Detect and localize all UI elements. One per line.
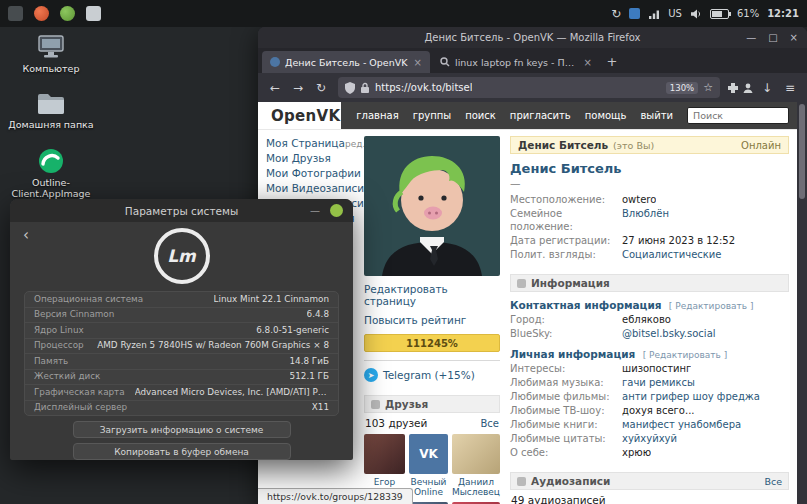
personal-field-row: Любимая музыка: гачи ремиксы [510, 377, 789, 390]
network-tray-icon[interactable] [648, 8, 660, 20]
battery-percent: 61% [737, 8, 759, 19]
nav-help[interactable]: помощь [578, 110, 634, 121]
clock[interactable]: 12:21 [767, 8, 799, 19]
desktop-icon-computer[interactable]: Компьютер [6, 34, 96, 74]
extensions-icon[interactable] [727, 82, 739, 94]
field-value-link[interactable]: гачи ремиксы [622, 377, 695, 390]
contact-field-row: BlueSky: @bitsel.bsky.social [510, 328, 789, 341]
sidebar-item-videos[interactable]: Мои Видеозаписи [266, 181, 354, 196]
display-tray-icon[interactable] [629, 8, 640, 19]
tab-close-icon[interactable]: × [414, 57, 422, 68]
personal-edit-link[interactable]: [ Редактировать ] [643, 350, 728, 360]
app-launcher-icon-3[interactable] [60, 6, 75, 21]
telegram-row: ➤ Telegram (+15%) [364, 368, 500, 382]
scrollbar[interactable] [797, 102, 807, 504]
profile-field-row: Полит. взгляды: Социалистические [510, 249, 789, 262]
field-value-link[interactable]: @bitsel.bsky.social [622, 328, 716, 341]
profile-avatar-image[interactable] [364, 136, 500, 276]
telegram-link[interactable]: Telegram (+15%) [383, 369, 475, 381]
battery-icon[interactable] [710, 9, 729, 19]
new-tab-button[interactable]: + [602, 51, 622, 73]
account-icon[interactable] [742, 82, 754, 94]
forward-button[interactable]: → [288, 81, 308, 95]
bookmark-star-icon[interactable]: ☆ [703, 81, 713, 94]
downloads-icon[interactable]: ↓ [757, 81, 777, 95]
top-panel: ↻ US 61% 12:21 [0, 0, 807, 27]
friend-avatar[interactable] [452, 434, 500, 474]
sidebar-item-photos[interactable]: Мои Фотографии [266, 166, 354, 181]
nav-logout[interactable]: выйти [633, 110, 680, 121]
minimize-button[interactable]: — [746, 32, 756, 43]
tab-close-icon[interactable]: × [584, 57, 592, 68]
menu-icon[interactable]: ≡ [780, 81, 800, 95]
panel-launchers [8, 6, 101, 21]
openvk-header: OpenVK главная группы поиск пригласить п… [258, 102, 797, 130]
url-bar[interactable]: https://ovk.to/bitsel 130% ☆ [338, 77, 720, 98]
reload-button[interactable]: ↻ [311, 81, 331, 95]
lock-icon[interactable] [360, 82, 370, 94]
updates-tray-icon[interactable]: ↻ [611, 8, 621, 20]
back-nav-button[interactable]: ‹ [23, 228, 29, 243]
field-value-link[interactable]: манифест унабомбера [622, 419, 741, 432]
friend-avatar[interactable] [364, 434, 405, 474]
tab-openvk-profile[interactable]: Денис Битсель - OpenVK × [262, 51, 430, 73]
sidebar-item-my-page[interactable]: Моя Страница [266, 136, 345, 151]
contact-edit-link[interactable]: [ Редактировать ] [669, 301, 754, 311]
zoom-level-badge[interactable]: 130% [666, 82, 698, 94]
system-settings-window: Параметры системы — ‹ Lm Операционная си… [10, 199, 353, 460]
app-launcher-icon-4[interactable] [86, 6, 101, 21]
friend-item[interactable]: VK Вечный Online [409, 434, 448, 497]
tracking-shield-icon[interactable] [345, 82, 355, 94]
close-button[interactable]: × [790, 32, 798, 43]
copy-to-clipboard-button[interactable]: Копировать в буфер обмена [73, 443, 291, 460]
telegram-icon: ➤ [364, 368, 378, 382]
field-label: Город: [510, 314, 622, 327]
nav-groups[interactable]: группы [406, 110, 459, 121]
field-label: Семейное положение: [510, 208, 622, 233]
field-label: Местоположение: [510, 194, 622, 207]
audios-all-link[interactable]: Все [764, 476, 782, 487]
openvk-logo[interactable]: OpenVK [271, 107, 340, 125]
nav-home[interactable]: главная [349, 110, 405, 121]
friend-avatar[interactable]: VK [409, 434, 448, 474]
field-value-link[interactable]: Влюблён [622, 208, 669, 233]
friend-name[interactable]: Вечный Online [409, 477, 448, 497]
desktop-icon-outline-client[interactable]: Outline-Client.AppImage [6, 148, 96, 199]
nav-invite[interactable]: пригласить [503, 110, 578, 121]
maximize-button[interactable]: □ [768, 32, 777, 43]
back-button[interactable]: ← [265, 81, 285, 95]
field-value-link[interactable]: анти грифер шоу фреджа [622, 391, 760, 404]
app-launcher-icon-1[interactable] [8, 6, 23, 21]
profile-name-bar: Денис Битсель (это Вы) Онлайн [510, 136, 789, 154]
desktop-icon-home-folder[interactable]: Домашняя папка [6, 92, 96, 130]
info-label: Жесткий диск [34, 371, 100, 383]
info-label: Версия Cinnamon [34, 309, 114, 321]
ovk-search-input[interactable] [687, 107, 789, 124]
sidebar-edit-link[interactable]: ред. [345, 139, 365, 149]
field-label: Любимые фильмы: [510, 391, 622, 404]
friends-all-link[interactable]: Все [480, 418, 499, 429]
raise-rating-link[interactable]: Повысить рейтинг [364, 314, 500, 326]
field-value-link[interactable]: Социалистические [622, 249, 722, 262]
upload-system-info-button[interactable]: Загрузить информацию о системе [73, 421, 291, 438]
volume-tray-icon[interactable] [690, 8, 702, 20]
firefox-titlebar[interactable]: Денис Битсель - OpenVK — Mozilla Firefox… [258, 27, 807, 48]
sidebar-item-friends[interactable]: Мои Друзья [266, 151, 354, 166]
scrollbar-thumb[interactable] [799, 104, 805, 199]
minimize-button[interactable]: — [310, 205, 320, 216]
app-launcher-icon-2[interactable] [34, 6, 49, 21]
field-value-link[interactable]: хуйхуйхуй [622, 433, 677, 446]
desktop: ↻ US 61% 12:21 Комп [0, 0, 807, 504]
tab-search-results[interactable]: linux laptop fn keys - Поиск × [432, 51, 600, 73]
settings-titlebar[interactable]: Параметры системы — [10, 199, 353, 222]
edit-page-link[interactable]: Редактировать страницу [364, 283, 500, 307]
system-tray: ↻ US 61% 12:21 [611, 8, 799, 20]
system-info-row: Версия Cinnamon 6.4.8 [25, 308, 338, 324]
nav-search[interactable]: поиск [458, 110, 503, 121]
keyboard-layout-indicator[interactable]: US [668, 8, 682, 19]
friend-name[interactable]: Даниил Мыслевец [452, 477, 500, 497]
profile-status[interactable]: — [510, 177, 789, 189]
close-button[interactable] [330, 204, 343, 217]
info-value: AMD Ryzen 5 7840HS w/ Radeon 760M Graphi… [97, 340, 329, 352]
friend-item[interactable]: Даниил Мыслевец [452, 434, 500, 497]
